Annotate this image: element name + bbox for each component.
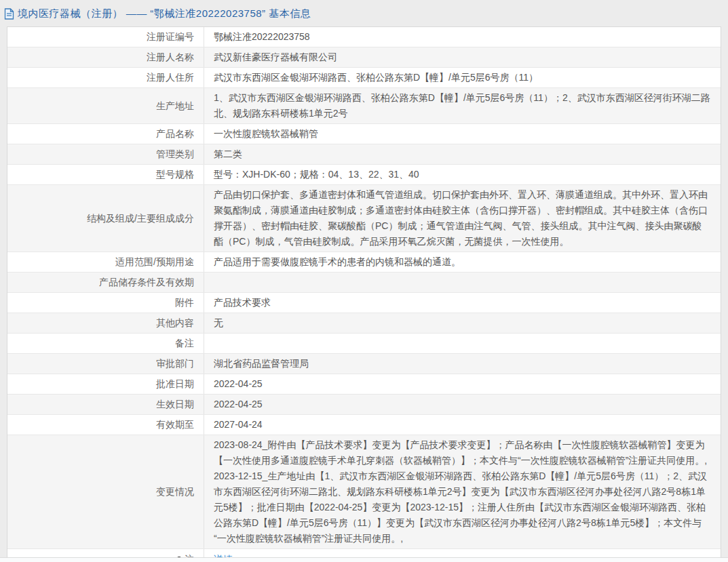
table-row: 附件 产品技术要求 — [7, 293, 721, 313]
row-value-text: 无 — [214, 315, 223, 331]
table-row: 有效期至 2027-04-24 — [7, 415, 721, 435]
row-value: 鄂械注准20222023758 — [204, 27, 721, 47]
row-value — [204, 273, 721, 292]
row-label: 变更情况 — [7, 435, 204, 548]
row-value-text: 型号：XJH-DK-60；规格：04、13、22、31、40 — [214, 167, 419, 182]
row-value-text: 第二类 — [214, 146, 242, 162]
table-row: 备注 — [7, 334, 721, 354]
row-label-text: 结构及组成/主要组成成分 — [87, 211, 194, 226]
row-label-text: 备注 — [175, 336, 194, 351]
row-label: 注册证编号 — [7, 27, 204, 47]
row-label-text: 产品名称 — [156, 126, 194, 142]
row-value: 2022-04-25 — [204, 395, 721, 414]
row-label: 适用范围/预期用途 — [7, 252, 204, 272]
row-value: 型号：XJH-DK-60；规格：04、13、22、31、40 — [204, 165, 721, 184]
row-value: 2022-04-25 — [204, 374, 721, 394]
row-label-text: 生产地址 — [156, 98, 194, 114]
row-value: 产品技术要求 — [204, 293, 721, 313]
row-value: 无 — [204, 313, 721, 333]
row-value-text: 产品由切口保护套、多通道密封体和通气管道组成。切口保护套由外环、置入环、薄膜通道… — [214, 187, 711, 249]
table-row: 产品储存条件及有效期 — [7, 273, 721, 293]
table-row: 变更情况 2023-08-24_附件由【产品技术要求】变更为【产品技术要求变更】… — [7, 435, 721, 549]
document-icon — [4, 8, 14, 20]
row-label-text: 审批部门 — [156, 356, 194, 372]
table-row: 型号规格 型号：XJH-DK-60；规格：04、13、22、31、40 — [7, 165, 721, 185]
row-label: 备注 — [7, 334, 204, 353]
row-value: 产品适用于需要做腹腔镜手术的患者的内镜和器械的通道。 — [204, 252, 721, 272]
row-value-text: 1、武汉市东西湖区金银湖环湖路西、张柏公路东第D【幢】/单元5层6号房（11）；… — [214, 90, 711, 121]
page-header: 境内医疗器械（注册） —— “鄂械注准20222023758” 基本信息 — [0, 0, 728, 26]
row-label: 批准日期 — [7, 374, 204, 394]
row-label-text: 变更情况 — [156, 484, 194, 500]
row-label-text: 产品储存条件及有效期 — [99, 275, 194, 290]
table-row: 注册人名称 武汉新佳豪医疗器械有限公司 — [7, 47, 721, 68]
row-label: 结构及组成/主要组成成分 — [7, 185, 204, 252]
table-row: 批准日期 2022-04-25 — [7, 374, 721, 395]
row-value-text: 2027-04-24 — [214, 417, 263, 433]
page-title: 境内医疗器械（注册） —— “鄂械注准20222023758” 基本信息 — [18, 7, 311, 20]
row-value-text: 产品适用于需要做腹腔镜手术的患者的内镜和器械的通道。 — [214, 254, 461, 270]
row-label-text: 管理类别 — [156, 146, 194, 162]
row-label-text: 有效期至 — [156, 417, 194, 433]
row-value-text: 产品技术要求 — [214, 295, 271, 310]
row-label: 注册人名称 — [7, 47, 204, 67]
row-value-text: 2022-04-25 — [214, 376, 263, 392]
row-value: 武汉市东西湖区金银湖环湖路西、张柏公路东第D【幢】/单元5层6号房（11） — [204, 68, 721, 87]
row-label: 管理类别 — [7, 144, 204, 164]
table-row: 结构及组成/主要组成成分 产品由切口保护套、多通道密封体和通气管道组成。切口保护… — [7, 185, 721, 252]
row-value: 第二类 — [204, 144, 721, 164]
table-row: 产品名称 一次性腹腔镜软器械鞘管 — [7, 124, 721, 144]
row-value: 2023-08-24_附件由【产品技术要求】变更为【产品技术要求变更】；产品名称… — [204, 435, 721, 548]
row-value-text: 一次性腹腔镜软器械鞘管 — [214, 126, 318, 142]
row-label-text: 其他内容 — [156, 315, 194, 331]
row-label: 型号规格 — [7, 165, 204, 184]
row-value-text: 2022-04-25 — [214, 397, 263, 412]
table-row: 生产地址 1、武汉市东西湖区金银湖环湖路西、张柏公路东第D【幢】/单元5层6号房… — [7, 88, 721, 124]
row-label: 生产地址 — [7, 88, 204, 123]
row-value: 1、武汉市东西湖区金银湖环湖路西、张柏公路东第D【幢】/单元5层6号房（11）；… — [204, 88, 721, 123]
row-label-text: 批准日期 — [156, 376, 194, 392]
row-label-text: 生效日期 — [156, 397, 194, 412]
row-label: 产品名称 — [7, 124, 204, 144]
row-label: 附件 — [7, 293, 204, 313]
table-row: 其他内容 无 — [7, 313, 721, 334]
row-label: 审批部门 — [7, 354, 204, 374]
table-row: 管理类别 第二类 — [7, 144, 721, 165]
row-value-text: 鄂械注准20222023758 — [214, 29, 310, 45]
row-label: 有效期至 — [7, 415, 204, 435]
row-value: 2027-04-24 — [204, 415, 721, 435]
row-label-text: 注册证编号 — [147, 29, 194, 45]
row-label: 注册人住所 — [7, 68, 204, 87]
row-value — [204, 334, 721, 353]
table-row: 注册人住所 武汉市东西湖区金银湖环湖路西、张柏公路东第D【幢】/单元5层6号房（… — [7, 68, 721, 88]
table-row: 注册证编号 鄂械注准20222023758 — [7, 27, 721, 47]
row-label-text: 注册人名称 — [147, 49, 194, 65]
row-value: 武汉新佳豪医疗器械有限公司 — [204, 47, 721, 67]
row-label-text: 适用范围/预期用途 — [115, 254, 194, 270]
row-value-text: 武汉市东西湖区金银湖环湖路西、张柏公路东第D【幢】/单元5层6号房（11） — [214, 70, 538, 85]
row-label-text: 型号规格 — [156, 167, 194, 182]
table-row: 适用范围/预期用途 产品适用于需要做腹腔镜手术的患者的内镜和器械的通道。 — [7, 252, 721, 273]
row-value: 一次性腹腔镜软器械鞘管 — [204, 124, 721, 144]
footer-strip — [0, 557, 728, 562]
row-label: 其他内容 — [7, 313, 204, 333]
table-row: 生效日期 2022-04-25 — [7, 395, 721, 415]
row-value: 产品由切口保护套、多通道密封体和通气管道组成。切口保护套由外环、置入环、薄膜通道… — [204, 185, 721, 252]
row-value-text: 湖北省药品监督管理局 — [214, 356, 309, 372]
row-value: 湖北省药品监督管理局 — [204, 354, 721, 374]
registration-info-table: 注册证编号 鄂械注准20222023758 注册人名称 武汉新佳豪医疗器械有限公… — [7, 26, 721, 562]
row-label: 产品储存条件及有效期 — [7, 273, 204, 292]
row-value-text: 武汉新佳豪医疗器械有限公司 — [214, 49, 337, 65]
table-row: 审批部门 湖北省药品监督管理局 — [7, 354, 721, 374]
row-label-text: 注册人住所 — [147, 70, 194, 85]
row-value-text: 2023-08-24_附件由【产品技术要求】变更为【产品技术要求变更】；产品名称… — [214, 437, 711, 546]
row-label: 生效日期 — [7, 395, 204, 414]
row-label-text: 附件 — [175, 295, 194, 310]
